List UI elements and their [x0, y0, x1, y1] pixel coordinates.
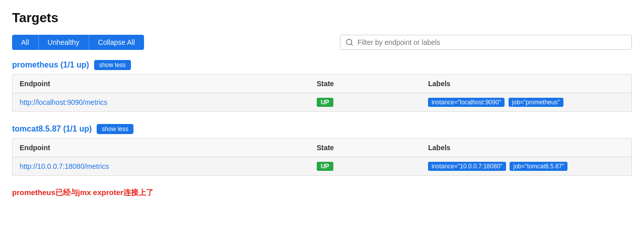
search-input[interactable] [357, 38, 626, 46]
all-button[interactable]: All [12, 35, 38, 50]
tomcat-section-header: tomcat8.5.87 (1/1 up) show less [12, 124, 632, 134]
label-tag: instance="10.0.0.7:18080" [428, 162, 506, 171]
labels-cell: instance="localhost:9090" job="prometheu… [421, 93, 631, 112]
label-tag: job="tomcat8.5.87" [510, 162, 567, 171]
status-badge: UP [317, 98, 333, 107]
endpoint-header: Endpoint [13, 75, 310, 93]
endpoint-link[interactable]: http://10.0.0.7:18080/metrics [20, 162, 109, 170]
state-header: State [310, 139, 421, 157]
prometheus-table-header-row: Endpoint State Labels [13, 75, 632, 93]
table-row: http://10.0.0.7:18080/metrics UP instanc… [13, 157, 632, 176]
tomcat-section: tomcat8.5.87 (1/1 up) show less Endpoint… [12, 124, 632, 176]
tomcat-section-title[interactable]: tomcat8.5.87 (1/1 up) [12, 124, 92, 134]
endpoint-header: Endpoint [13, 139, 310, 157]
search-icon [345, 38, 353, 46]
prometheus-show-less-button[interactable]: show less [94, 60, 131, 70]
tomcat-table-header-row: Endpoint State Labels [13, 139, 632, 157]
search-box [340, 35, 632, 50]
nav-button-group: All Unhealthy Collapse All [12, 35, 144, 50]
tomcat-show-less-button[interactable]: show less [97, 124, 133, 134]
footer-note: prometheus已经与jmx exproter连接上了 [12, 188, 632, 198]
state-cell: UP [310, 157, 421, 176]
state-header: State [310, 75, 421, 93]
labels-header: Labels [421, 75, 631, 93]
label-tag: instance="localhost:9090" [428, 98, 505, 107]
labels-cell: instance="10.0.0.7:18080" job="tomcat8.5… [421, 157, 631, 176]
tomcat-table: Endpoint State Labels http://10.0.0.7:18… [12, 138, 632, 176]
unhealthy-button[interactable]: Unhealthy [38, 35, 89, 50]
endpoint-cell: http://10.0.0.7:18080/metrics [13, 157, 310, 176]
endpoint-cell: http://localhost:9090/metrics [13, 93, 310, 112]
prometheus-section: prometheus (1/1 up) show less Endpoint S… [12, 60, 632, 112]
prometheus-table: Endpoint State Labels http://localhost:9… [12, 74, 632, 112]
page-title: Targets [12, 10, 632, 26]
endpoint-link[interactable]: http://localhost:9090/metrics [20, 98, 107, 106]
labels-header: Labels [421, 139, 631, 157]
label-tag: job="prometheus" [509, 98, 563, 107]
top-bar: All Unhealthy Collapse All [12, 35, 632, 50]
collapse-all-button[interactable]: Collapse All [89, 35, 144, 50]
state-cell: UP [310, 93, 421, 112]
prometheus-section-header: prometheus (1/1 up) show less [12, 60, 632, 70]
table-row: http://localhost:9090/metrics UP instanc… [13, 93, 632, 112]
prometheus-section-title[interactable]: prometheus (1/1 up) [12, 60, 89, 70]
svg-line-1 [351, 44, 352, 45]
status-badge: UP [317, 162, 333, 171]
